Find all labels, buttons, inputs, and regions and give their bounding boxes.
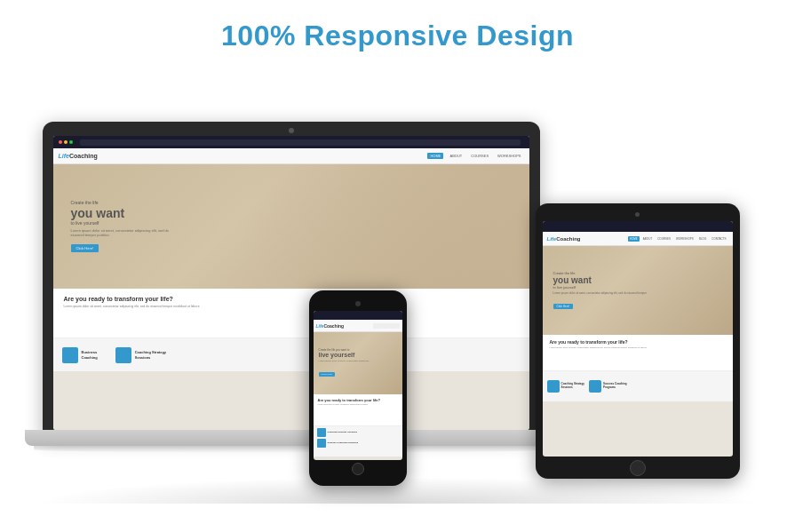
laptop-hero-subtitle: to live yourself [71,220,178,226]
laptop-logo: LifeCoaching [59,153,98,159]
laptop-hero-big: you want [71,207,178,220]
tablet-feature-2: Success CoachingPrograms [589,380,627,393]
phone-menu-icon [373,323,400,329]
page-title: 100% Responsive Design [221,20,574,52]
phone-logo: LifeCoaching [316,323,345,329]
laptop-addressbar [80,139,521,146]
laptop-feature-1: BusinessCoaching [62,347,98,363]
laptop-section-title: Are you ready to transform your life? [64,296,519,302]
tablet-hero-text: Create the life you want to live yoursel… [553,271,647,311]
maximize-dot [69,140,73,144]
phone-topbar [314,311,402,320]
phone-home-button [352,463,364,475]
phone-feature-label-1: Coaching Strategy Sessions [328,431,358,433]
tablet-feature-icon-2 [589,380,601,393]
laptop-body: LifeCoaching HOME ABOUT COURSES WORKSHOP… [43,122,540,446]
phone-section: Are you ready to transform your life? Lo… [314,394,402,425]
phone-hero-btn: Click Here! [319,372,335,377]
minimize-dot [64,140,68,144]
tablet-device: LifeCoaching HOME ABOUT COURSES WORKSHOP… [536,203,740,479]
phone-features: Coaching Strategy Sessions Success Coach… [314,425,402,457]
phone-screen: LifeCoaching Create the life you want to… [314,311,402,460]
phone-section-title: Are you ready to transform your life? [318,398,398,402]
tablet-nav-workshops: WORKSHOPS [674,236,696,242]
phone-outer: LifeCoaching Create the life you want to… [309,290,407,486]
phone-hero: Create the life you want to live yoursel… [314,332,402,394]
tablet-nav-blog: BLOG [697,236,708,242]
tablet-hero-subtitle: to live yourself [553,285,647,290]
tablet-nav-home: HOME [628,236,640,242]
phone-feature-label-2: Success Coaching Programs [328,441,359,444]
tablet-feature-icon-1 [547,380,560,393]
devices-container: LifeCoaching HOME ABOUT COURSES WORKSHOP… [34,68,762,504]
laptop-hero-text: Create the life you want to live yoursel… [71,200,178,253]
laptop-feature-2: Coaching StrategySessions [115,347,166,363]
close-dot [59,140,62,144]
laptop-base [25,430,558,446]
tablet-camera [635,212,640,217]
laptop-camera [289,128,294,133]
tablet-outer: LifeCoaching HOME ABOUT COURSES WORKSHOP… [536,203,740,479]
laptop-topbar [53,136,529,148]
laptop-hero-body: Lorem ipsum dolor sit amet, consectetur … [71,228,178,237]
phone-feature-1: Coaching Strategy Sessions [317,428,399,437]
tablet-logo-life: Life [547,236,557,242]
phone-nav: LifeCoaching [314,320,402,332]
tablet-hero-big: you want [553,275,647,285]
nav-item-courses: COURSES [468,153,491,159]
tablet-home-button [630,460,646,476]
tablet-logo-coaching: Coaching [556,236,580,242]
phone-hero-big: live yourself [319,352,369,359]
tablet-feature-label-2: Success CoachingPrograms [603,383,627,390]
tablet-hero-body: Lorem ipsum dolor sit amet, consectetur … [553,291,647,295]
logo-life: Life [59,153,69,159]
tablet-screen: LifeCoaching HOME ABOUT COURSES WORKSHOP… [543,221,733,457]
tablet-hero: Create the life you want to live yoursel… [543,246,733,335]
laptop-feature-label-1: BusinessCoaching [82,350,98,359]
tablet-feature-label-1: Coaching StrategySessions [561,383,585,390]
laptop-section: Are you ready to transform your life? Lo… [53,289,529,337]
logo-coaching: Coaching [69,153,98,159]
tablet-topbar [543,221,733,232]
laptop-hero-btn: Click Here! [71,244,99,252]
phone-hero-text: Create the life you want to live yoursel… [319,348,369,378]
phone-feature-2: Success Coaching Programs [317,439,399,448]
tablet-nav-courses: COURSES [656,236,672,242]
laptop-section-text: Lorem ipsum dolor sit amet, consectetur … [64,305,519,309]
tablet-hero-btn: Click Here! [553,304,574,309]
laptop-window-controls [59,140,73,144]
tablet-section-text: Lorem ipsum dolor sit amet, consectetur … [550,346,726,350]
laptop-screen: LifeCoaching HOME ABOUT COURSES WORKSHOP… [53,136,529,430]
laptop-device: LifeCoaching HOME ABOUT COURSES WORKSHOP… [43,122,540,477]
tablet-section-title: Are you ready to transform your life? [550,339,726,345]
laptop-features: BusinessCoaching Coaching StrategySessio… [53,337,529,371]
tablet-nav-items: HOME ABOUT COURSES WORKSHOPS BLOG CONTAC… [628,236,728,242]
nav-item-workshops: WORKSHOPS [495,153,523,159]
tablet-nav: LifeCoaching HOME ABOUT COURSES WORKSHOP… [543,232,733,246]
nav-item-home: HOME [427,153,443,159]
tablet-feature-1: Coaching StrategySessions [547,380,585,393]
tablet-section: Are you ready to transform your life? Lo… [543,335,733,370]
tablet-nav-contacts: CONTACTS [710,236,727,242]
laptop-base-shadow [34,446,549,453]
laptop-hero-overlay [243,164,529,289]
tablet-logo: LifeCoaching [547,236,581,242]
laptop-hero: Create the life you want to live yoursel… [53,164,529,289]
phone-hero-body: Lorem ipsum dolor sit amet, consectetur … [319,360,369,362]
phone-logo-coaching: Coaching [323,323,344,329]
phone-camera [355,301,361,306]
phone-feature-icon-2 [317,439,326,448]
phone-device: LifeCoaching Create the life you want to… [309,290,407,486]
phone-section-text: Lorem ipsum dolor sit amet, consectetur … [318,403,398,406]
tablet-features: Coaching StrategySessions Success Coachi… [543,370,733,401]
laptop-feature-icon-2 [115,347,131,363]
laptop-feature-label-2: Coaching StrategySessions [135,350,166,359]
laptop-feature-icon-1 [62,347,78,363]
laptop-nav-items: HOME ABOUT COURSES WORKSHOPS [427,153,523,159]
tablet-nav-about: ABOUT [641,236,654,242]
phone-feature-icon-1 [317,428,326,437]
laptop-hero-small: Create the life [71,200,178,205]
nav-item-about: ABOUT [447,153,465,159]
laptop-nav: LifeCoaching HOME ABOUT COURSES WORKSHOP… [53,148,529,164]
laptop-outer: LifeCoaching HOME ABOUT COURSES WORKSHOP… [43,122,540,437]
